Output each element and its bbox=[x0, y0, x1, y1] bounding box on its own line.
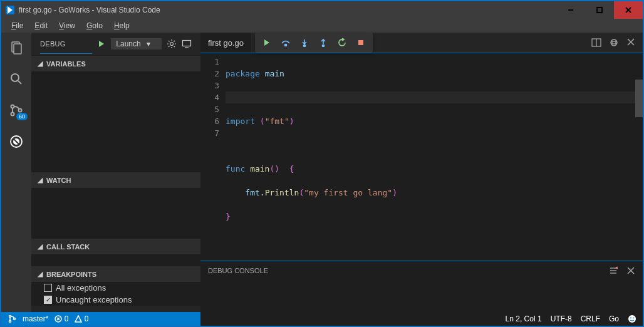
restart-button[interactable] bbox=[333, 34, 351, 51]
watch-body bbox=[31, 188, 200, 238]
chevron-down-icon: ◢ bbox=[38, 242, 43, 251]
menubar: File Edit View Goto Help bbox=[1, 19, 643, 33]
svg-point-9 bbox=[11, 105, 14, 108]
scm-icon[interactable]: 60 bbox=[8, 101, 25, 119]
menu-help[interactable]: Help bbox=[109, 20, 135, 31]
debug-sidebar: DEBUG Launch ▾ ◢ VARIABLES bbox=[31, 33, 200, 312]
window-controls bbox=[556, 1, 643, 19]
svg-rect-16 bbox=[183, 41, 191, 46]
menu-view[interactable]: View bbox=[54, 20, 80, 31]
gear-icon[interactable] bbox=[167, 39, 177, 49]
svg-point-38 bbox=[9, 321, 11, 323]
maximize-button[interactable] bbox=[585, 1, 614, 19]
status-lncol[interactable]: Ln 2, Col 1 bbox=[506, 314, 542, 323]
svg-point-45 bbox=[633, 318, 634, 319]
status-errors[interactable]: 0 bbox=[55, 314, 68, 323]
breakpoints-body: All exceptions ✓ Uncaught exceptions bbox=[31, 282, 200, 306]
app-logo-icon bbox=[5, 5, 15, 15]
more-icon[interactable] bbox=[609, 38, 619, 48]
feedback-icon[interactable] bbox=[628, 314, 636, 323]
status-warnings[interactable]: 0 bbox=[75, 314, 88, 323]
panel-title: DEBUG CONSOLE bbox=[208, 267, 268, 274]
step-out-button[interactable] bbox=[314, 34, 333, 51]
svg-rect-23 bbox=[358, 40, 363, 45]
overview-ruler[interactable] bbox=[635, 53, 643, 261]
activitybar: 60 bbox=[1, 33, 31, 312]
minimize-button[interactable] bbox=[556, 1, 585, 19]
svg-point-10 bbox=[11, 113, 14, 116]
checkbox-unchecked-icon[interactable] bbox=[44, 284, 52, 292]
svg-point-43 bbox=[628, 315, 636, 323]
svg-point-18 bbox=[285, 44, 287, 46]
breakpoints-header[interactable]: ◢ BREAKPOINTS bbox=[31, 266, 200, 282]
chevron-down-icon: ◢ bbox=[38, 60, 43, 68]
variables-header[interactable]: ◢ VARIABLES bbox=[31, 56, 200, 71]
gutter: 1 2 3 4 5 6 7 bbox=[200, 53, 226, 261]
console-icon[interactable] bbox=[182, 39, 192, 49]
menu-goto[interactable]: Goto bbox=[81, 20, 108, 31]
clear-console-icon[interactable] bbox=[609, 266, 618, 275]
search-icon[interactable] bbox=[8, 70, 25, 88]
svg-point-20 bbox=[304, 45, 306, 47]
svg-rect-27 bbox=[612, 41, 616, 44]
callstack-header[interactable]: ◢ CALL STACK bbox=[31, 239, 200, 254]
launch-config-select[interactable]: Launch ▾ bbox=[111, 38, 162, 49]
git-branch-icon[interactable] bbox=[8, 314, 16, 323]
status-encoding[interactable]: UTF-8 bbox=[551, 314, 572, 323]
step-into-button[interactable] bbox=[295, 34, 314, 51]
status-branch[interactable]: master* bbox=[23, 314, 48, 323]
editor-region: first go.go 1 2 3 4 5 6 bbox=[200, 33, 643, 312]
debug-toolbar bbox=[255, 33, 373, 53]
status-eol[interactable]: CRLF bbox=[581, 314, 600, 323]
chevron-down-icon: ◢ bbox=[38, 270, 43, 278]
svg-point-15 bbox=[170, 43, 174, 46]
close-button[interactable] bbox=[614, 1, 643, 19]
chevron-down-icon: ◢ bbox=[38, 176, 43, 184]
svg-rect-2 bbox=[597, 8, 602, 13]
callstack-body bbox=[31, 254, 200, 266]
svg-point-22 bbox=[323, 45, 325, 47]
status-lang[interactable]: Go bbox=[609, 314, 619, 323]
checkbox-checked-icon[interactable]: ✓ bbox=[44, 296, 52, 304]
chevron-down-icon: ▾ bbox=[147, 39, 150, 48]
scm-badge: 60 bbox=[16, 113, 28, 120]
debug-icon[interactable] bbox=[8, 133, 25, 150]
menu-edit[interactable]: Edit bbox=[29, 20, 53, 31]
code-area[interactable]: package main import ("fmt") func main() … bbox=[226, 53, 643, 261]
svg-point-44 bbox=[630, 318, 631, 319]
editor-tabs: first go.go bbox=[200, 33, 643, 53]
sidebar-title: DEBUG bbox=[40, 40, 92, 48]
editor-body[interactable]: 1 2 3 4 5 6 7 package main import ("fmt"… bbox=[200, 53, 643, 261]
stop-button[interactable] bbox=[351, 34, 370, 51]
explorer-icon[interactable] bbox=[8, 39, 25, 56]
watch-header[interactable]: ◢ WATCH bbox=[31, 172, 200, 188]
window-title: first go.go - GoWorks - Visual Studio Co… bbox=[19, 6, 160, 14]
svg-point-7 bbox=[11, 74, 19, 81]
close-editor-icon[interactable] bbox=[626, 38, 635, 48]
menu-file[interactable]: File bbox=[6, 20, 28, 31]
variables-body bbox=[31, 71, 200, 172]
bp-uncaught-exceptions[interactable]: ✓ Uncaught exceptions bbox=[31, 294, 200, 306]
svg-line-8 bbox=[18, 81, 21, 84]
start-debug-button[interactable] bbox=[97, 39, 106, 48]
close-panel-icon[interactable] bbox=[626, 266, 635, 275]
continue-button[interactable] bbox=[257, 34, 276, 51]
svg-rect-6 bbox=[14, 44, 21, 54]
split-editor-icon[interactable] bbox=[591, 38, 601, 48]
titlebar: first go.go - GoWorks - Visual Studio Co… bbox=[1, 1, 643, 19]
step-over-button[interactable] bbox=[276, 34, 295, 51]
editor-tab[interactable]: first go.go bbox=[200, 33, 251, 53]
svg-point-11 bbox=[19, 109, 22, 112]
bp-all-exceptions[interactable]: All exceptions bbox=[31, 282, 200, 294]
